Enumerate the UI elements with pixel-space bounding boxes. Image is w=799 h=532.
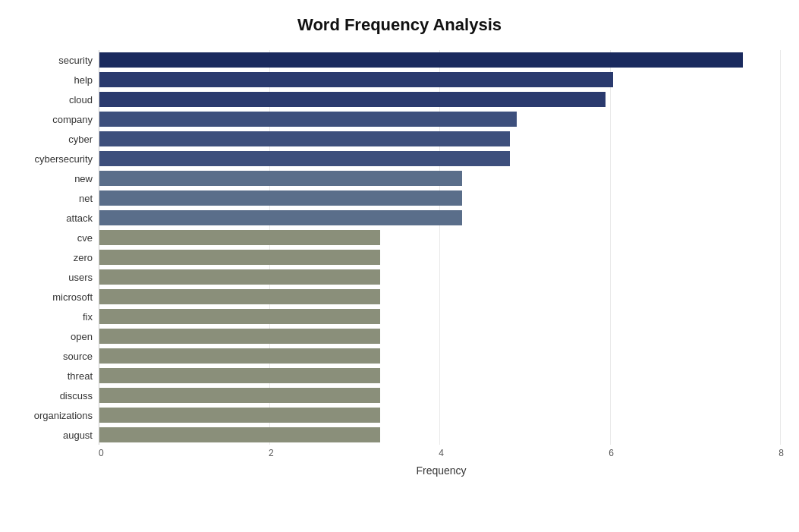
bar [99, 230, 380, 245]
y-label: cyber [15, 129, 93, 149]
bar [99, 348, 380, 364]
y-label: help [15, 70, 93, 90]
y-label: source [15, 346, 93, 366]
bar-row [99, 71, 784, 89]
x-axis-section: 02468 Frequency [99, 448, 784, 477]
y-label: open [15, 326, 93, 346]
y-label: discuss [15, 386, 93, 405]
x-axis-label: Frequency [99, 464, 784, 477]
bar [99, 151, 510, 166]
bars-area [99, 50, 784, 445]
bar-row [99, 189, 784, 207]
x-tick: 4 [439, 448, 444, 458]
y-label: cybersecurity [15, 149, 93, 168]
bar-row [99, 169, 784, 187]
y-label: organizations [15, 405, 93, 425]
bar [99, 368, 380, 383]
y-label: company [15, 109, 93, 129]
bar [99, 269, 380, 285]
y-label: users [15, 267, 93, 287]
y-labels: securityhelpcloudcompanycybercybersecuri… [15, 50, 99, 445]
y-label: security [15, 50, 93, 70]
bar-row [99, 130, 784, 148]
bar [99, 92, 606, 107]
bar [99, 309, 380, 324]
bar-row [99, 406, 784, 424]
bar-row [99, 90, 784, 109]
bar-row [99, 327, 784, 345]
bar-row [99, 268, 784, 286]
bar-row [99, 307, 784, 326]
bar-row [99, 228, 784, 247]
bar [99, 131, 510, 146]
bar-row [99, 386, 784, 405]
x-tick: 6 [609, 448, 614, 458]
bar-row [99, 367, 784, 385]
bar [99, 190, 462, 206]
y-label: threat [15, 366, 93, 386]
bar [99, 329, 380, 344]
y-label: microsoft [15, 287, 93, 307]
y-label: zero [15, 247, 93, 267]
bars-section: securityhelpcloudcompanycybercybersecuri… [15, 50, 784, 445]
y-label: net [15, 188, 93, 208]
bar [99, 52, 743, 68]
bar-row [99, 209, 784, 227]
bar [99, 427, 380, 442]
x-ticks: 02468 [99, 448, 784, 458]
bar-row [99, 51, 784, 69]
bar-row [99, 426, 784, 444]
bar-row [99, 110, 784, 128]
y-label: cve [15, 228, 93, 247]
y-label: august [15, 425, 93, 445]
chart-title: Word Frequency Analysis [15, 15, 784, 35]
y-label: attack [15, 208, 93, 228]
y-label: new [15, 168, 93, 188]
bar [99, 408, 380, 423]
bar [99, 72, 613, 87]
bar [99, 171, 462, 186]
bar [99, 289, 380, 304]
y-label: fix [15, 307, 93, 326]
bar [99, 388, 380, 403]
chart-area: securityhelpcloudcompanycybercybersecuri… [15, 50, 784, 461]
bar-row [99, 288, 784, 306]
x-tick: 2 [269, 448, 274, 458]
chart-container: Word Frequency Analysis securityhelpclou… [0, 0, 799, 532]
x-tick: 8 [779, 448, 784, 458]
x-tick: 0 [99, 448, 104, 458]
bar [99, 250, 380, 265]
bar [99, 112, 517, 127]
bar-row [99, 150, 784, 168]
bar-row [99, 248, 784, 266]
y-label: cloud [15, 90, 93, 109]
bar-row [99, 347, 784, 365]
bar [99, 210, 462, 225]
